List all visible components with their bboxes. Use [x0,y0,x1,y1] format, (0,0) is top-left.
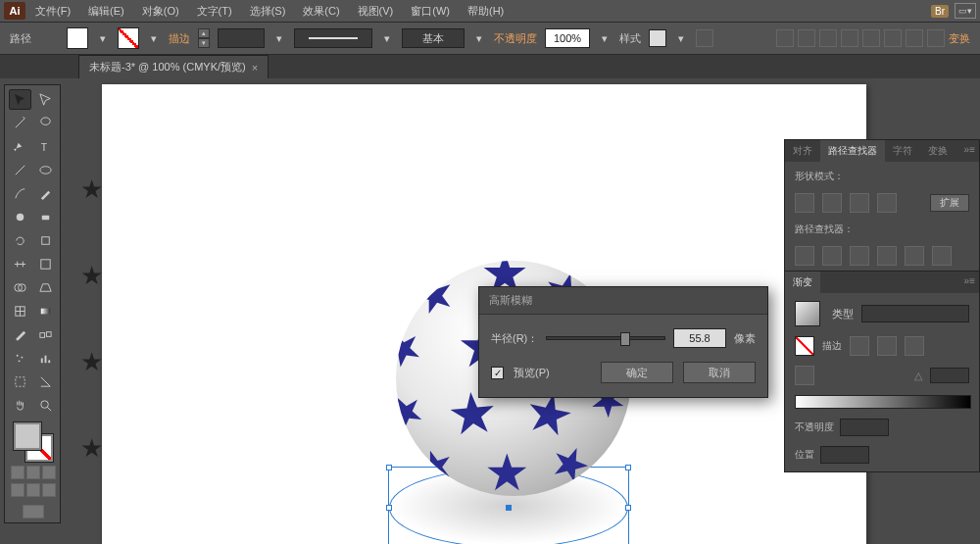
draw-normal-icon[interactable] [11,483,24,497]
line-tool[interactable] [9,160,31,180]
slice-tool[interactable] [34,371,57,392]
bridge-icon[interactable]: Br [931,5,949,18]
distribute-h-icon[interactable] [906,29,923,47]
tab-gradient[interactable]: 渐变 [785,272,820,293]
resize-handle-e[interactable] [625,505,631,511]
align-top-icon[interactable] [841,29,858,47]
distribute-v-icon[interactable] [927,29,945,47]
stroke-dropdown[interactable]: ▾ [147,27,161,49]
radius-input[interactable] [673,328,726,348]
blend-tool[interactable] [34,324,57,345]
paintbrush-tool[interactable] [9,183,31,204]
tab-transform[interactable]: 变换 [920,140,956,162]
minus-front-icon[interactable] [822,193,842,213]
stroke-swatch[interactable] [118,27,139,49]
tab-pathfinder[interactable]: 路径查找器 [820,140,885,162]
gradient-tool[interactable] [34,301,57,321]
gradient-ramp[interactable] [795,395,971,409]
ok-button[interactable]: 确定 [601,362,673,383]
hand-tool[interactable] [9,395,31,416]
tab-character[interactable]: 字符 [885,140,920,162]
stroke-profile-dropdown[interactable]: ▾ [380,27,394,49]
panel-menu-icon[interactable]: »≡ [964,144,975,155]
divide-icon[interactable] [795,246,814,266]
stroke-weight-dropdown[interactable]: ▾ [272,27,286,49]
width-tool[interactable] [9,254,31,274]
menu-help[interactable]: 帮助(H) [460,1,512,22]
zoom-tool[interactable] [34,395,57,416]
exclude-icon[interactable] [877,193,897,213]
rotate-tool[interactable] [9,230,31,251]
reverse-gradient-icon[interactable] [795,366,814,385]
stroke-apply-across-icon[interactable] [905,336,924,356]
screen-mode-icon[interactable] [23,505,44,519]
menu-file[interactable]: 文件(F) [27,1,78,22]
slider-thumb[interactable] [620,332,630,346]
tab-align[interactable]: 对齐 [785,140,820,162]
menu-window[interactable]: 窗口(W) [403,1,458,22]
workspace-layout-icon[interactable]: ▭▾ [955,3,976,19]
radius-slider[interactable] [546,336,665,340]
opacity-label[interactable]: 不透明度 [494,31,537,46]
artboard-tool[interactable] [9,371,31,392]
graphic-style-swatch[interactable] [649,29,666,47]
symbol-sprayer-tool[interactable] [9,348,31,369]
unite-icon[interactable] [795,193,814,213]
menu-object[interactable]: 对象(O) [134,1,187,22]
intersect-icon[interactable] [850,193,869,213]
selection-tool[interactable] [9,89,31,110]
direct-selection-tool[interactable] [34,89,57,110]
outline-icon[interactable] [905,246,924,266]
resize-handle-w[interactable] [386,505,392,511]
perspective-grid-tool[interactable] [34,277,57,298]
pencil-tool[interactable] [34,183,57,204]
eraser-tool[interactable] [34,207,57,227]
menu-effect[interactable]: 效果(C) [295,1,347,22]
align-center-v-icon[interactable] [862,29,880,47]
magic-wand-tool[interactable] [9,113,31,133]
stroke-apply-along-icon[interactable] [877,336,897,356]
stroke-profile[interactable] [294,28,372,48]
gradient-opacity-input[interactable] [840,419,889,436]
recolor-icon[interactable] [696,29,713,47]
style-dropdown[interactable]: ▾ [674,27,688,49]
color-mode-icon[interactable] [11,466,24,479]
opacity-dropdown[interactable]: ▾ [598,27,612,49]
align-bottom-icon[interactable] [884,29,902,47]
gradient-angle-input[interactable] [930,368,969,383]
draw-behind-icon[interactable] [26,483,40,497]
stroke-apply-within-icon[interactable] [850,336,869,356]
preview-checkbox[interactable]: ✓ [491,367,504,379]
free-transform-tool[interactable] [34,254,57,274]
align-center-h-icon[interactable] [798,29,815,47]
align-left-icon[interactable] [776,29,794,47]
cancel-button[interactable]: 取消 [683,362,756,383]
menu-type[interactable]: 文字(T) [189,1,240,22]
gradient-thumbnail[interactable] [795,301,820,326]
opacity-input[interactable] [545,28,590,48]
fill-swatch[interactable] [67,27,88,49]
brush-definition[interactable]: 基本 [402,28,465,48]
dialog-title[interactable]: 高斯模糊 [479,287,767,315]
fill-color-swatch[interactable] [14,422,41,450]
type-tool[interactable]: T [34,136,57,157]
lasso-tool[interactable] [34,113,57,133]
pen-tool[interactable] [9,136,31,157]
stroke-label[interactable]: 描边 [169,31,190,46]
fill-dropdown[interactable]: ▾ [96,27,110,49]
trim-icon[interactable] [822,246,842,266]
brush-dropdown[interactable]: ▾ [472,27,486,49]
column-graph-tool[interactable] [34,348,57,369]
align-right-icon[interactable] [819,29,837,47]
panel-menu-icon[interactable]: »≡ [964,275,975,286]
gradient-position-input[interactable] [820,446,869,464]
draw-inside-icon[interactable] [42,483,56,497]
menu-view[interactable]: 视图(V) [350,1,402,22]
blob-brush-tool[interactable] [9,207,31,227]
crop-icon[interactable] [877,246,897,266]
menu-select[interactable]: 选择(S) [242,1,294,22]
center-handle[interactable] [506,505,512,511]
stroke-weight-spinner[interactable]: ▴▾ [198,28,210,48]
close-tab-icon[interactable]: × [252,62,258,74]
expand-button[interactable]: 扩展 [930,194,969,212]
